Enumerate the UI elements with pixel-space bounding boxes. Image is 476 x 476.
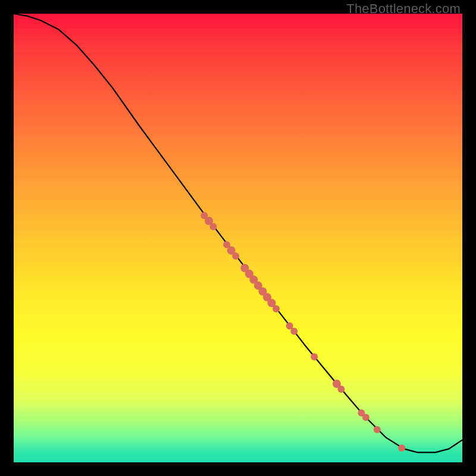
data-point: [232, 252, 239, 259]
watermark-text: TheBottleneck.com: [346, 1, 461, 17]
data-point: [337, 386, 345, 393]
plot-area: [14, 14, 462, 462]
chart-svg: [14, 14, 462, 462]
data-point: [374, 426, 381, 433]
data-point: [290, 328, 298, 335]
data-point: [398, 444, 405, 452]
data-point: [273, 305, 280, 312]
data-point: [311, 353, 318, 361]
data-point: [210, 223, 217, 230]
data-points: [201, 212, 405, 452]
curve-line: [14, 14, 462, 452]
data-point: [362, 414, 369, 421]
